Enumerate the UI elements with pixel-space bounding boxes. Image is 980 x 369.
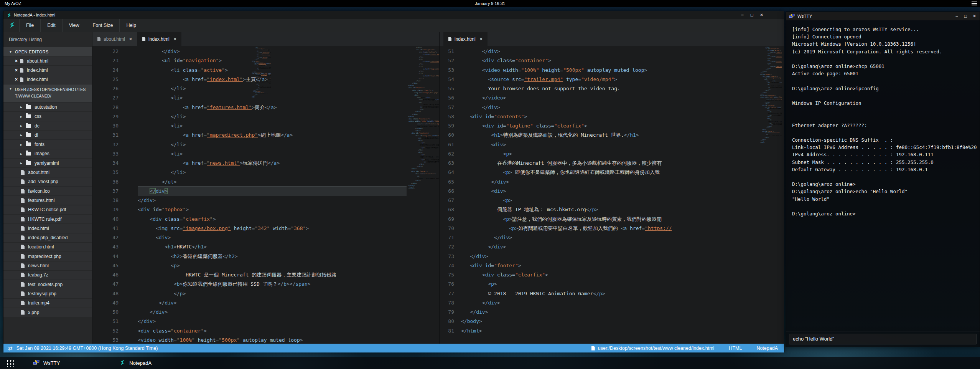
sidebar-file-item[interactable]: mapredirect.php bbox=[3, 252, 92, 261]
line-number: 48 bbox=[92, 289, 127, 298]
sidebar-file-item[interactable]: favicon.ico bbox=[3, 187, 92, 195]
menu-font-size[interactable]: Font Size bbox=[86, 19, 120, 32]
file-icon bbox=[591, 346, 595, 351]
chevron-right-icon: ▸ bbox=[20, 161, 26, 165]
tab-label: index.html bbox=[148, 36, 170, 42]
code-line: <li class="active"> bbox=[138, 66, 439, 75]
maximize-button[interactable]: □ bbox=[751, 11, 753, 19]
minimap-right-pane[interactable]: </div> <ul id="navigation"> <li class="a… bbox=[759, 46, 782, 173]
file-label: testmysql.php bbox=[28, 291, 56, 296]
line-number: 40 bbox=[92, 215, 127, 224]
code-line: </div> bbox=[138, 298, 439, 308]
minimap-small[interactable]: </div> <ul id="navigation"> <li class="a… bbox=[252, 47, 271, 114]
file-icon bbox=[21, 263, 25, 268]
code-line: Your browser does not support the video … bbox=[461, 84, 784, 93]
sidebar-file-item[interactable]: testmysql.php bbox=[3, 289, 92, 298]
minimize-button[interactable]: − bbox=[741, 11, 744, 19]
line-number: 36 bbox=[92, 177, 127, 187]
code-line: <p>如有問題或需要申請白名單，歡迎加入我們的 <a href="https:/… bbox=[461, 224, 784, 233]
code-line: <ul id="navigation"> bbox=[138, 56, 439, 65]
sidebar-file-item[interactable]: index.html bbox=[3, 224, 92, 233]
root-folder-header[interactable]: ▾USER:/DESKTOP/SCREENSHOT/TEST/WWW CLEAN… bbox=[3, 84, 92, 102]
status-bar: ⇄ Sat Jan 09 2021 16:29:49 GMT+0800 (Hon… bbox=[3, 344, 784, 352]
code-line: </li> bbox=[138, 168, 439, 177]
code-line: <h1>HKWTC</h1> bbox=[138, 242, 439, 252]
menu-file[interactable]: File bbox=[19, 19, 40, 32]
close-button[interactable]: × bbox=[973, 12, 976, 20]
sidebar-file-item[interactable]: about.html bbox=[3, 168, 92, 177]
close-icon[interactable]: × bbox=[15, 58, 18, 64]
notepada-titlebar[interactable]: NotepadA - index.html − □ × bbox=[3, 11, 784, 19]
tab-index.html[interactable]: index.html× bbox=[137, 32, 181, 46]
terminal-command-input[interactable]: echo "Hello World" bbox=[789, 334, 977, 344]
sidebar-file-item[interactable]: news.html bbox=[3, 261, 92, 270]
line-number: 49 bbox=[92, 298, 127, 308]
tab-about.html[interactable]: about.html× bbox=[92, 32, 137, 46]
sidebar-file-item[interactable]: add_vhost.php bbox=[3, 177, 92, 186]
close-icon[interactable]: × bbox=[15, 68, 18, 73]
wstty-titlebar[interactable]: WsTTY − □ × bbox=[786, 12, 980, 20]
line-number-gutter: 2223242526272829303132333435363738394041… bbox=[92, 47, 127, 344]
sidebar-folder-autostation[interactable]: ▸autostation bbox=[3, 103, 92, 111]
open-editor-label: index.html bbox=[27, 77, 48, 82]
code-editor[interactable]: </div> <ul id="navigation"> <li class="a… bbox=[127, 47, 439, 344]
minimize-button[interactable]: − bbox=[955, 12, 958, 20]
sidebar-file-item[interactable]: teabag.7z bbox=[3, 271, 92, 280]
notepada-logo bbox=[119, 359, 125, 367]
open-editors-header[interactable]: ▾OPEN EDITORS bbox=[3, 47, 92, 56]
tab-index.html[interactable]: index.html× bbox=[443, 32, 488, 46]
sidebar-file-item[interactable]: HKWTC rule.pdf bbox=[3, 215, 92, 223]
file-icon bbox=[21, 170, 25, 175]
line-number: 32 bbox=[92, 140, 127, 149]
file-icon bbox=[21, 217, 25, 222]
sidebar-file-item[interactable]: trailer.mp4 bbox=[3, 299, 92, 308]
sidebar-folder-images[interactable]: ▸images bbox=[3, 149, 92, 158]
taskbar-item-notepada[interactable]: NotepadA bbox=[115, 357, 155, 369]
line-number: 22 bbox=[92, 47, 127, 56]
sidebar-file-item[interactable]: index.php_disabled bbox=[3, 233, 92, 242]
sidebar-folder-yamiyamimi[interactable]: ▸yamiyamimi bbox=[3, 159, 92, 167]
sidebar-file-item[interactable]: test_sockets.php bbox=[3, 280, 92, 289]
wstty-icon bbox=[789, 14, 795, 19]
open-editor-item[interactable]: ×index.html bbox=[3, 66, 92, 75]
chevron-right-icon: ▸ bbox=[20, 124, 26, 128]
sidebar-file-item[interactable]: x.php bbox=[3, 308, 92, 317]
code-editor[interactable]: </div> <div class="container"> <video wi… bbox=[460, 47, 784, 344]
open-editor-item[interactable]: ×index.html bbox=[3, 75, 92, 84]
line-number: 78 bbox=[440, 298, 460, 308]
app-launcher-grid-icon[interactable] bbox=[6, 359, 14, 367]
folder-icon bbox=[26, 105, 31, 109]
section-label: OPEN EDITORS bbox=[15, 50, 49, 54]
menu-bar: FileEditViewFont SizeHelp bbox=[3, 19, 784, 32]
code-line: <div id="tagline" class="clearfix"> bbox=[461, 121, 784, 131]
code-line: <a href="news.html">玩家傳送門</a> bbox=[138, 159, 439, 168]
minimap-left-pane[interactable]: </div> <ul id="navigation"> <li class="a… bbox=[407, 46, 439, 261]
sidebar-file-item[interactable]: HKWTC notice.pdf bbox=[3, 205, 92, 214]
maximize-button[interactable]: □ bbox=[964, 12, 967, 20]
sidebar-folder-dl[interactable]: ▸dl bbox=[3, 131, 92, 139]
taskbar-item-label: NotepadA bbox=[129, 360, 152, 366]
menu-edit[interactable]: Edit bbox=[40, 19, 62, 32]
sidebar-folder-dc[interactable]: ▸dc bbox=[3, 121, 92, 130]
hamburger-menu-icon[interactable] bbox=[972, 2, 977, 5]
open-editor-item[interactable]: ×about.html bbox=[3, 56, 92, 65]
close-icon[interactable]: × bbox=[480, 36, 483, 42]
menu-help[interactable]: Help bbox=[119, 19, 143, 32]
close-icon[interactable]: × bbox=[15, 77, 18, 82]
folder-label: dc bbox=[35, 123, 40, 129]
close-icon[interactable]: × bbox=[129, 36, 132, 42]
line-number: 52 bbox=[440, 56, 460, 65]
sidebar-folder-css[interactable]: ▸css bbox=[3, 112, 92, 121]
sidebar-folder-fonts[interactable]: ▸fonts bbox=[3, 140, 92, 149]
file-label: index.html bbox=[28, 226, 49, 231]
file-label: HKWTC notice.pdf bbox=[28, 207, 66, 212]
taskbar-item-wstty[interactable]: WsTTY bbox=[29, 357, 64, 369]
menu-view[interactable]: View bbox=[62, 19, 86, 32]
sidebar-file-item[interactable]: features.html bbox=[3, 196, 92, 205]
sidebar-file-item[interactable]: location.html bbox=[3, 243, 92, 252]
close-button[interactable]: × bbox=[760, 11, 763, 19]
editor-pane-left: about.html×index.html× 22232425262728293… bbox=[92, 32, 439, 344]
code-line: <h1>特別為建築及鐵路而設，現代化的 Minecraft 世界.</h1> bbox=[461, 131, 784, 140]
close-icon[interactable]: × bbox=[174, 36, 176, 42]
terminal-body: [info] Conencting to arozos WsTTY servic… bbox=[786, 20, 980, 347]
